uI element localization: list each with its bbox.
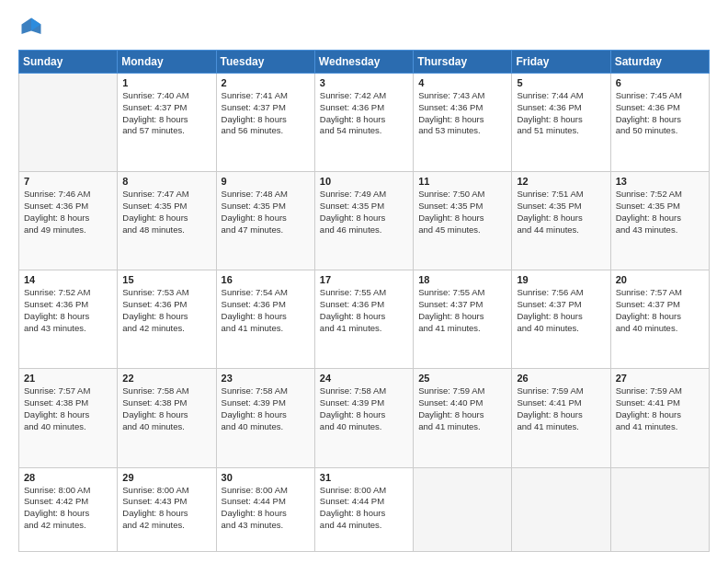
day-number: 16 bbox=[222, 274, 310, 285]
day-content: Sunrise: 7:50 AM Sunset: 4:35 PM Dayligh… bbox=[418, 189, 506, 236]
calendar-day-header: Thursday bbox=[414, 51, 512, 74]
day-content: Sunrise: 7:45 AM Sunset: 4:36 PM Dayligh… bbox=[616, 90, 704, 137]
day-number: 27 bbox=[616, 373, 704, 384]
day-number: 11 bbox=[418, 176, 506, 187]
day-number: 29 bbox=[122, 472, 210, 483]
day-content: Sunrise: 8:00 AM Sunset: 4:44 PM Dayligh… bbox=[222, 485, 310, 532]
calendar-table: SundayMondayTuesdayWednesdayThursdayFrid… bbox=[18, 50, 710, 552]
day-content: Sunrise: 7:49 AM Sunset: 4:35 PM Dayligh… bbox=[320, 189, 408, 236]
day-number: 24 bbox=[320, 373, 408, 384]
calendar-cell: 25Sunrise: 7:59 AM Sunset: 4:40 PM Dayli… bbox=[414, 369, 512, 467]
day-number: 4 bbox=[418, 77, 506, 88]
calendar-cell: 23Sunrise: 7:58 AM Sunset: 4:39 PM Dayli… bbox=[216, 369, 314, 467]
calendar-cell bbox=[512, 467, 610, 551]
calendar-cell: 17Sunrise: 7:55 AM Sunset: 4:36 PM Dayli… bbox=[314, 270, 413, 369]
day-number: 20 bbox=[616, 274, 704, 285]
day-content: Sunrise: 7:58 AM Sunset: 4:39 PM Dayligh… bbox=[222, 385, 310, 432]
day-content: Sunrise: 7:59 AM Sunset: 4:41 PM Dayligh… bbox=[616, 385, 704, 432]
calendar-cell: 21Sunrise: 7:57 AM Sunset: 4:38 PM Dayli… bbox=[19, 369, 118, 467]
header bbox=[18, 15, 710, 40]
day-number: 3 bbox=[320, 77, 408, 88]
day-content: Sunrise: 7:58 AM Sunset: 4:38 PM Dayligh… bbox=[122, 385, 210, 432]
calendar-cell: 10Sunrise: 7:49 AM Sunset: 4:35 PM Dayli… bbox=[314, 172, 413, 270]
day-content: Sunrise: 7:54 AM Sunset: 4:36 PM Dayligh… bbox=[222, 287, 310, 334]
calendar-cell bbox=[19, 74, 118, 172]
day-content: Sunrise: 7:55 AM Sunset: 4:36 PM Dayligh… bbox=[320, 287, 408, 334]
day-number: 23 bbox=[222, 373, 310, 384]
day-number: 12 bbox=[517, 176, 605, 187]
day-content: Sunrise: 7:51 AM Sunset: 4:35 PM Dayligh… bbox=[517, 189, 605, 236]
day-number: 17 bbox=[320, 274, 408, 285]
day-content: Sunrise: 7:58 AM Sunset: 4:39 PM Dayligh… bbox=[320, 385, 408, 432]
day-content: Sunrise: 7:48 AM Sunset: 4:35 PM Dayligh… bbox=[222, 189, 310, 236]
calendar-day-header: Sunday bbox=[19, 51, 118, 74]
logo-icon bbox=[18, 15, 44, 40]
day-content: Sunrise: 7:43 AM Sunset: 4:36 PM Dayligh… bbox=[418, 90, 506, 137]
day-number: 15 bbox=[122, 274, 210, 285]
day-number: 10 bbox=[320, 176, 408, 187]
calendar-week-row: 14Sunrise: 7:52 AM Sunset: 4:36 PM Dayli… bbox=[19, 270, 710, 369]
calendar-cell: 22Sunrise: 7:58 AM Sunset: 4:38 PM Dayli… bbox=[118, 369, 216, 467]
day-content: Sunrise: 7:56 AM Sunset: 4:37 PM Dayligh… bbox=[517, 287, 605, 334]
calendar-cell: 20Sunrise: 7:57 AM Sunset: 4:37 PM Dayli… bbox=[610, 270, 709, 369]
day-content: Sunrise: 7:46 AM Sunset: 4:36 PM Dayligh… bbox=[24, 189, 112, 236]
day-number: 19 bbox=[517, 274, 605, 285]
calendar-week-row: 28Sunrise: 8:00 AM Sunset: 4:42 PM Dayli… bbox=[19, 467, 710, 551]
calendar-day-header: Monday bbox=[118, 51, 216, 74]
day-content: Sunrise: 8:00 AM Sunset: 4:42 PM Dayligh… bbox=[24, 485, 112, 532]
calendar-cell: 3Sunrise: 7:42 AM Sunset: 4:36 PM Daylig… bbox=[314, 74, 413, 172]
calendar-cell: 5Sunrise: 7:44 AM Sunset: 4:36 PM Daylig… bbox=[512, 74, 610, 172]
day-number: 1 bbox=[122, 77, 210, 88]
calendar-cell: 8Sunrise: 7:47 AM Sunset: 4:35 PM Daylig… bbox=[118, 172, 216, 270]
calendar-cell: 9Sunrise: 7:48 AM Sunset: 4:35 PM Daylig… bbox=[216, 172, 314, 270]
day-content: Sunrise: 7:53 AM Sunset: 4:36 PM Dayligh… bbox=[122, 287, 210, 334]
day-number: 5 bbox=[517, 77, 605, 88]
calendar-day-header: Tuesday bbox=[216, 51, 314, 74]
day-number: 6 bbox=[616, 77, 704, 88]
day-number: 18 bbox=[418, 274, 506, 285]
calendar-cell: 19Sunrise: 7:56 AM Sunset: 4:37 PM Dayli… bbox=[512, 270, 610, 369]
day-number: 22 bbox=[122, 373, 210, 384]
day-content: Sunrise: 7:59 AM Sunset: 4:41 PM Dayligh… bbox=[517, 385, 605, 432]
day-number: 30 bbox=[222, 472, 310, 483]
calendar-cell: 18Sunrise: 7:55 AM Sunset: 4:37 PM Dayli… bbox=[414, 270, 512, 369]
day-content: Sunrise: 8:00 AM Sunset: 4:43 PM Dayligh… bbox=[122, 485, 210, 532]
day-content: Sunrise: 7:40 AM Sunset: 4:37 PM Dayligh… bbox=[122, 90, 210, 137]
day-content: Sunrise: 7:41 AM Sunset: 4:37 PM Dayligh… bbox=[222, 90, 310, 137]
calendar-week-row: 21Sunrise: 7:57 AM Sunset: 4:38 PM Dayli… bbox=[19, 369, 710, 467]
day-number: 25 bbox=[418, 373, 506, 384]
day-content: Sunrise: 7:55 AM Sunset: 4:37 PM Dayligh… bbox=[418, 287, 506, 334]
day-number: 8 bbox=[122, 176, 210, 187]
day-content: Sunrise: 7:47 AM Sunset: 4:35 PM Dayligh… bbox=[122, 189, 210, 236]
day-content: Sunrise: 7:57 AM Sunset: 4:38 PM Dayligh… bbox=[24, 385, 112, 432]
calendar-cell: 7Sunrise: 7:46 AM Sunset: 4:36 PM Daylig… bbox=[19, 172, 118, 270]
calendar-cell: 26Sunrise: 7:59 AM Sunset: 4:41 PM Dayli… bbox=[512, 369, 610, 467]
logo bbox=[18, 15, 48, 40]
calendar-cell: 27Sunrise: 7:59 AM Sunset: 4:41 PM Dayli… bbox=[610, 369, 709, 467]
day-content: Sunrise: 8:00 AM Sunset: 4:44 PM Dayligh… bbox=[320, 485, 408, 532]
day-content: Sunrise: 7:52 AM Sunset: 4:35 PM Dayligh… bbox=[616, 189, 704, 236]
day-number: 7 bbox=[24, 176, 112, 187]
calendar-cell: 14Sunrise: 7:52 AM Sunset: 4:36 PM Dayli… bbox=[19, 270, 118, 369]
page: SundayMondayTuesdayWednesdayThursdayFrid… bbox=[0, 0, 728, 563]
day-number: 21 bbox=[24, 373, 112, 384]
calendar-cell bbox=[414, 467, 512, 551]
calendar-week-row: 7Sunrise: 7:46 AM Sunset: 4:36 PM Daylig… bbox=[19, 172, 710, 270]
calendar-day-header: Friday bbox=[512, 51, 610, 74]
day-content: Sunrise: 7:57 AM Sunset: 4:37 PM Dayligh… bbox=[616, 287, 704, 334]
day-number: 26 bbox=[517, 373, 605, 384]
calendar-cell: 30Sunrise: 8:00 AM Sunset: 4:44 PM Dayli… bbox=[216, 467, 314, 551]
calendar-cell: 15Sunrise: 7:53 AM Sunset: 4:36 PM Dayli… bbox=[118, 270, 216, 369]
calendar-cell: 31Sunrise: 8:00 AM Sunset: 4:44 PM Dayli… bbox=[314, 467, 413, 551]
calendar-day-header: Wednesday bbox=[314, 51, 413, 74]
day-number: 9 bbox=[222, 176, 310, 187]
calendar-cell: 1Sunrise: 7:40 AM Sunset: 4:37 PM Daylig… bbox=[118, 74, 216, 172]
calendar-cell: 16Sunrise: 7:54 AM Sunset: 4:36 PM Dayli… bbox=[216, 270, 314, 369]
calendar-cell: 28Sunrise: 8:00 AM Sunset: 4:42 PM Dayli… bbox=[19, 467, 118, 551]
calendar-cell bbox=[610, 467, 709, 551]
calendar-cell: 29Sunrise: 8:00 AM Sunset: 4:43 PM Dayli… bbox=[118, 467, 216, 551]
day-number: 2 bbox=[222, 77, 310, 88]
day-number: 14 bbox=[24, 274, 112, 285]
calendar-day-header: Saturday bbox=[610, 51, 709, 74]
day-content: Sunrise: 7:42 AM Sunset: 4:36 PM Dayligh… bbox=[320, 90, 408, 137]
